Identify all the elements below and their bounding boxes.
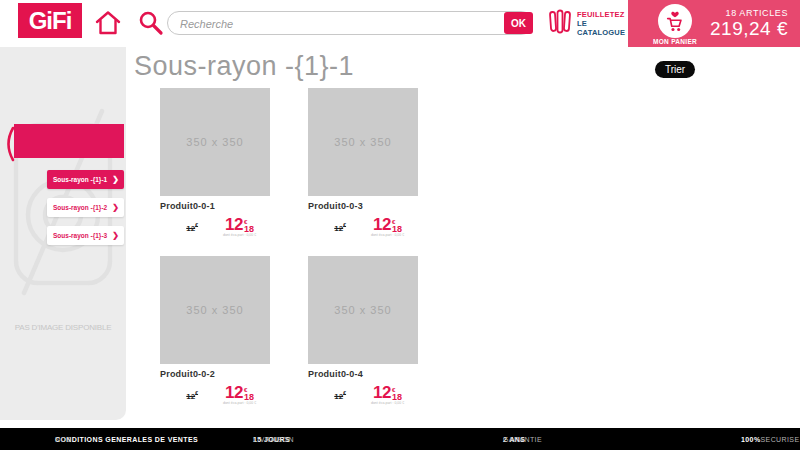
home-icon [94,9,122,37]
footer-garantie: GARANTIE 2 ANS [503,436,525,443]
cart-total-price: 219,24 € [710,18,788,40]
current-price: 12 € 18 dont éco-part : 0,00 € [211,386,268,407]
product-image-placeholder[interactable]: 350 x 350 [160,256,270,364]
cart-button[interactable]: MON PANIER 18 ARTICLES 219,24 € [628,0,800,47]
old-price: 12€ [334,218,346,236]
sidebar: Sous-rayon -{1}-1 ❯ Sous-rayon -{1}-2 ❯ … [0,47,126,420]
sidebar-item-label: Sous-rayon -{1}-3 [53,232,107,239]
chevron-right-icon: ❯ [112,203,119,212]
search-ok-button[interactable]: OK [504,12,533,34]
product-name[interactable]: Produit0-0-4 [308,369,418,379]
no-image-text: PAS D'IMAGE DISPONIBLE [0,323,126,332]
price-note: dont éco-part : 0,00 € [371,233,404,236]
product-prices: 12€ 12 € 18 dont éco-part : 0,00 € [308,386,418,407]
cart-label: MON PANIER [640,38,710,45]
product-card[interactable]: 350 x 350 Produit0-0-3 12€ 12 € 18 dont … [308,88,418,239]
page-title: Sous-rayon -{1}-1 [134,51,354,82]
product-card[interactable]: 350 x 350 Produit0-0-4 12€ 12 € 18 dont … [308,256,418,407]
product-name[interactable]: Produit0-0-1 [160,201,270,211]
footer-livraison: LIVRAISON 15 JOURS [253,436,290,443]
product-image-placeholder[interactable]: 350 x 350 [308,88,418,196]
old-price: 12€ [334,386,346,404]
footer-securise: 100% SECURISE [741,436,761,443]
gifi-page: GiFi OK FEUILLETEZ [0,0,800,450]
product-image-placeholder[interactable]: 350 x 350 [308,256,418,364]
search-input[interactable] [178,13,502,35]
current-price: 12 € 18 dont éco-part : 0,00 € [359,386,416,407]
product-card[interactable]: 350 x 350 Produit0-0-2 12€ 12 € 18 dont … [160,256,270,407]
product-prices: 12€ 12 € 18 dont éco-part : 0,00 € [308,218,418,239]
search-icon [137,9,165,37]
catalogue-icon [548,8,572,36]
gifi-logo[interactable]: GiFi [18,3,82,38]
cart-articles-count: 18 ARTICLES [726,8,788,18]
product-name[interactable]: Produit0-0-3 [308,201,418,211]
current-price: 12 € 18 dont éco-part : 0,00 € [211,218,268,239]
gifi-logo-text: GiFi [29,7,72,35]
cart-heart-icon [662,8,688,34]
product-prices: 12€ 12 € 18 dont éco-part : 0,00 € [160,386,270,407]
current-price: 12 € 18 dont éco-part : 0,00 € [359,218,416,239]
home-button[interactable] [94,9,122,41]
sidebar-back-chevron-icon[interactable] [2,125,16,163]
sidebar-item-label: Sous-rayon -{1}-1 [53,176,107,183]
sort-button[interactable]: Trier [655,61,695,78]
price-note: dont éco-part : 0,00 € [223,401,256,404]
sidebar-item-sous-rayon-1[interactable]: Sous-rayon -{1}-1 ❯ [47,170,124,189]
product-prices: 12€ 12 € 18 dont éco-part : 0,00 € [160,218,270,239]
product-image-placeholder[interactable]: 350 x 350 [160,88,270,196]
top-header: GiFi OK FEUILLETEZ [0,0,800,47]
cart-icon-circle [658,4,692,38]
catalogue-label: FEUILLETEZ LE CATALOGUE [577,8,625,37]
sidebar-item-label: Sous-rayon -{1}-2 [53,204,107,211]
chevron-right-icon: ❯ [112,175,119,184]
chevron-right-icon: ❯ [112,231,119,240]
old-price: 12€ [186,386,198,404]
search-icon-button[interactable] [137,9,165,41]
product-name[interactable]: Produit0-0-2 [160,369,270,379]
catalogue-link[interactable]: FEUILLETEZ LE CATALOGUE [548,8,625,37]
category-banner[interactable] [14,124,124,158]
sidebar-item-sous-rayon-3[interactable]: Sous-rayon -{1}-3 ❯ [47,226,124,245]
sidebar-item-sous-rayon-2[interactable]: Sous-rayon -{1}-2 ❯ [47,198,124,217]
price-note: dont éco-part : 0,00 € [223,233,256,236]
old-price: 12€ [186,218,198,236]
product-card[interactable]: 350 x 350 Produit0-0-1 12€ 12 € 18 dont … [160,88,270,239]
footer-cgv-link[interactable]: NOS CONDITIONS GENERALES DE VENTES [55,436,198,443]
footer-bar: NOS CONDITIONS GENERALES DE VENTES LIVRA… [0,428,800,450]
price-note: dont éco-part : 0,00 € [371,401,404,404]
search-box [167,11,533,35]
